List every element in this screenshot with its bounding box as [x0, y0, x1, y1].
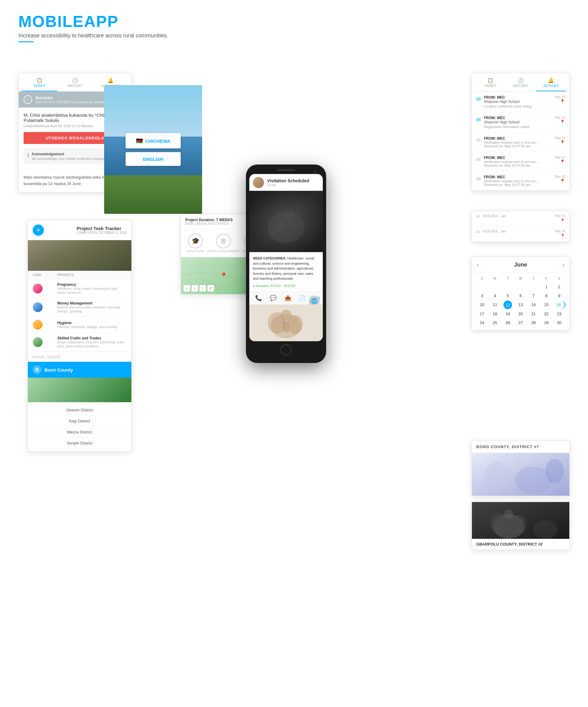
notice-meta-3: May 18 📍 — [555, 136, 565, 145]
notice-extra-1[interactable]: ✉ XXX-XXX... am May 18 📍 — [472, 211, 569, 226]
cal-day-4[interactable]: 4 — [488, 292, 501, 300]
phone-screen-header: Visitation Scheduled 13:38 — [249, 174, 323, 191]
cal-day-15[interactable]: 15 — [540, 301, 553, 309]
phone-call-btn[interactable]: 📞 — [252, 295, 265, 301]
district-3[interactable]: Mecca District — [28, 427, 131, 438]
cal-day-23[interactable]: 23 — [553, 310, 566, 318]
cal-day-25[interactable]: 25 — [488, 318, 501, 327]
cal-day-13[interactable]: 13 — [514, 301, 527, 309]
district-1[interactable]: Dewoin District — [28, 405, 131, 416]
pt-county-header: B Bomi County — [28, 362, 131, 378]
map-forward-btn[interactable]: › — [192, 285, 198, 292]
cal-day-17[interactable]: 17 — [476, 310, 488, 318]
cal-next-button[interactable]: › — [562, 261, 564, 268]
map-expand-btn[interactable]: ⤢ — [207, 285, 214, 292]
cal-day-20[interactable]: 20 — [514, 310, 527, 318]
district-4[interactable]: Senjeh District — [28, 438, 131, 449]
phone-outer: Visitation Scheduled 13:38 — [246, 165, 326, 363]
cal-day-27[interactable]: 27 — [514, 318, 527, 327]
map-up-btn[interactable]: ↑ — [199, 285, 206, 292]
pt-project-name-3: Hygiene — [57, 321, 127, 325]
day-s2: S — [553, 275, 566, 281]
cal-empty-3 — [501, 283, 514, 291]
phone-notification-info: Visitation Scheduled 13:38 — [267, 178, 309, 187]
phone-chat-btn[interactable]: 💬 — [267, 295, 279, 301]
notice-item-5[interactable]: ✉ FROM: MEC Verification request sent to… — [472, 171, 569, 191]
english-button[interactable]: ENGLISH — [126, 152, 181, 166]
phone-doc-btn[interactable]: 📄 — [296, 295, 308, 301]
svg-point-18 — [533, 520, 558, 539]
pt-row-2[interactable]: Money Management Monthly and non-monthly… — [28, 298, 131, 317]
notice-from-2: FROM: MEC — [484, 116, 552, 120]
notice-extra-2[interactable]: ✉ XXX-XXX... am May 18 📍 — [472, 226, 569, 242]
chichewa-button[interactable]: 🇲🇼 CHICHEWA — [126, 133, 181, 148]
cal-day-18[interactable]: 18 — [488, 310, 501, 318]
cal-day-24[interactable]: 24 — [476, 318, 488, 327]
cal-day-16[interactable]: 16 — [553, 301, 566, 309]
notice-from-4: FROM: MEC — [484, 156, 552, 160]
cal-day-6[interactable]: 6 — [514, 292, 527, 300]
pt-row-1[interactable]: Pregnancy Definitions, using context, ch… — [28, 279, 131, 298]
avatar-placeholder-2 — [33, 302, 42, 312]
pt-avatar-3 — [33, 320, 42, 330]
phone-share-btn[interactable]: 📤 — [282, 295, 294, 301]
cal-day-3[interactable]: 3 — [476, 292, 488, 300]
cal-day-9[interactable]: 9 — [553, 292, 566, 300]
notice-date-4: May 18 — [555, 156, 565, 159]
cal-day-1[interactable]: 1 — [540, 283, 553, 291]
cal-day-8[interactable]: 8 — [540, 292, 553, 300]
county-section-gbarpolu: GBARPOLU COUNTY, DISTRICT #2 — [472, 502, 569, 550]
svg-point-12 — [546, 459, 564, 483]
phone-home-button[interactable] — [280, 344, 291, 355]
district-2[interactable]: Klay District — [28, 416, 131, 427]
notice-location-2: Shannon High School — [484, 120, 552, 124]
cal-day-22[interactable]: 22 — [540, 310, 553, 318]
cal-day-7[interactable]: 7 — [527, 292, 540, 300]
svg-rect-8 — [283, 321, 289, 332]
cal-prev-button[interactable]: ‹ — [477, 261, 479, 268]
cal-day-28[interactable]: 28 — [527, 318, 540, 327]
pt-table-header: LEAD PROJECTS — [28, 271, 131, 279]
notices-tab-verify[interactable]: 📋 VERIFY — [475, 73, 505, 91]
phone-mockup: Visitation Scheduled 13:38 — [246, 165, 326, 363]
cal-day-30[interactable]: 30 — [553, 318, 566, 327]
map-back-btn[interactable]: ‹ — [183, 285, 190, 292]
history-tab-label: HISTORY — [68, 84, 83, 88]
pt-title: Project Task Tracker — [76, 226, 127, 231]
pt-row-4[interactable]: Skilled Crafts and Trades design collabo… — [28, 333, 131, 352]
pt-row-3[interactable]: Hygiene Personal, residential, sewage, o… — [28, 317, 131, 333]
pt-county-letter: B — [33, 365, 41, 374]
notice-meta-4: May 18 📍 — [555, 156, 565, 165]
cal-day-21[interactable]: 21 — [527, 310, 540, 318]
county-bong-name: BONG COUNTY, DISTRICT #7 — [476, 444, 565, 449]
verify-tab-label: VERIFY — [33, 84, 46, 88]
cal-week-5: 24 25 26 27 28 29 30 — [476, 318, 566, 327]
col-projects-label: PROJECTS — [57, 273, 127, 277]
cal-day-10[interactable]: 10 — [476, 301, 488, 309]
pin-icon-1: 📍 — [560, 99, 565, 104]
notices-tab-notices[interactable]: 🔔 NOTICES — [536, 73, 566, 91]
cal-day-19[interactable]: 19 — [501, 310, 514, 318]
hands-svg — [255, 197, 317, 246]
notices-tab-history[interactable]: 🕐 HISTORY — [505, 73, 535, 91]
pt-project-desc-1: Definitions, using context, choosing the… — [57, 287, 127, 295]
cal-day-2[interactable]: 2 — [553, 283, 566, 291]
cal-day-14[interactable]: 14 — [527, 301, 540, 309]
notice-item-3[interactable]: ✉ FROM: MEC Verification request sent to… — [472, 133, 569, 152]
phone-screen: Visitation Scheduled 13:38 — [249, 174, 323, 341]
notices-history-label: HISTORY — [513, 84, 528, 88]
notice-item-4[interactable]: ✉ FROM: MEC Verification request sent to… — [472, 152, 569, 171]
pin-icon-2: 📍 — [560, 120, 565, 124]
notice-item-1[interactable]: ✉ FROM: MEC Shannon High School Location… — [472, 92, 569, 112]
tab-history[interactable]: 🕐 HISTORY — [57, 73, 93, 91]
notices-subpanel: ✉ XXX-XXX... am May 18 📍 ✉ XXX-XXX... am… — [472, 211, 569, 242]
cal-day-12[interactable]: 12 — [504, 301, 512, 309]
notice-item-2[interactable]: ✉ FROM: MEC Shannon High School Registra… — [472, 112, 569, 133]
pt-add-button[interactable]: + — [33, 225, 44, 236]
cal-day-29[interactable]: 29 — [540, 318, 553, 327]
tab-verify[interactable]: 📋 VERIFY — [22, 73, 57, 91]
notice-content-2: FROM: MEC Shannon High School Registrati… — [484, 116, 552, 129]
cal-day-5[interactable]: 5 — [501, 292, 514, 300]
cal-day-26[interactable]: 26 — [501, 318, 514, 327]
cal-day-11[interactable]: 11 — [488, 301, 501, 309]
